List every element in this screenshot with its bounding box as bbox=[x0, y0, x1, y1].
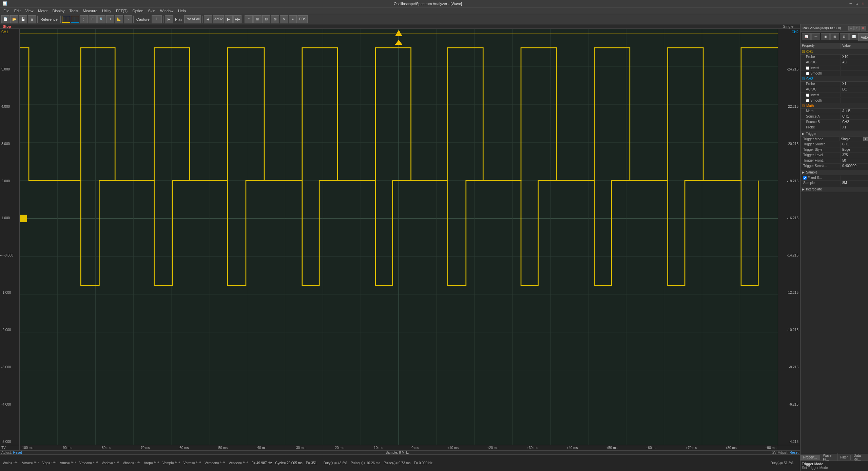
adjust-left: Adjust: bbox=[1, 451, 12, 454]
ana-btn-1[interactable]: 📈 bbox=[802, 33, 811, 40]
trigsensit-val[interactable]: 0.400000 bbox=[841, 164, 868, 169]
bottom-tabs: Propert... Wave Pr... Filter Data Re... bbox=[801, 454, 868, 460]
menu-item-measure[interactable]: Measure bbox=[81, 8, 99, 14]
prop-row-probe-math: Probe X1 bbox=[801, 125, 868, 130]
ana-btn-2[interactable]: 〜 bbox=[811, 33, 820, 40]
probe-ch2-val[interactable]: X1 bbox=[841, 82, 868, 87]
menu-item-fft(t)[interactable]: FFT(T) bbox=[114, 8, 130, 14]
adjust-right-group: 2V Adjust: Reset bbox=[772, 451, 798, 454]
menu-item-display[interactable]: Display bbox=[50, 8, 66, 14]
capture-value[interactable]: 1 bbox=[152, 15, 162, 23]
panel-close-btn[interactable]: ✕ bbox=[861, 26, 866, 30]
menu-item-meter[interactable]: Meter bbox=[36, 8, 50, 14]
ch1-offset-marker[interactable] bbox=[20, 215, 27, 222]
ch1-btn[interactable]: │ bbox=[62, 16, 70, 23]
menu-item-skin[interactable]: Skin bbox=[146, 8, 157, 14]
waveform-area[interactable]: ▼ bbox=[20, 29, 778, 445]
math-checkbox[interactable]: ☑ bbox=[802, 104, 805, 108]
ch2-section[interactable]: ☑ CH2 bbox=[801, 76, 868, 82]
tab-filter[interactable]: Filter bbox=[837, 455, 851, 460]
maximize-button[interactable]: □ bbox=[854, 1, 859, 6]
nav-btn2[interactable]: ▶▶ bbox=[233, 15, 242, 23]
sample-section-header[interactable]: ▶ Sample bbox=[801, 170, 868, 175]
smooth-ch2-check[interactable] bbox=[806, 99, 809, 102]
save-button[interactable]: 💾 bbox=[19, 15, 27, 23]
minimize-button[interactable]: ─ bbox=[848, 1, 853, 6]
passfall-button[interactable]: Pass/Fail bbox=[184, 15, 201, 23]
sourcea-val[interactable]: CH1 bbox=[841, 114, 868, 119]
trigger-section-label: Trigger bbox=[806, 132, 816, 136]
invert-ch2-check[interactable] bbox=[806, 94, 809, 97]
meas-f0: F= 0.000 Hz bbox=[414, 461, 432, 465]
acdc-ch1-val[interactable]: AC bbox=[841, 60, 868, 65]
menu-item-tools[interactable]: Tools bbox=[67, 8, 80, 14]
trigsrc-val[interactable]: CH1 bbox=[841, 142, 868, 147]
next-btn[interactable]: ▶ bbox=[225, 15, 233, 23]
single-label: Single bbox=[783, 24, 793, 28]
menu-item-file[interactable]: File bbox=[1, 8, 12, 14]
menu-item-window[interactable]: Window bbox=[158, 8, 175, 14]
menu-item-view[interactable]: View bbox=[23, 8, 36, 14]
disp-btn6[interactable]: ≈ bbox=[289, 15, 297, 23]
ana-btn-5[interactable]: ⊟ bbox=[840, 33, 849, 40]
reset-left[interactable]: Reset bbox=[13, 451, 22, 454]
print-button[interactable]: 🖨 bbox=[28, 15, 36, 23]
sample-expand-icon: ▶ bbox=[802, 170, 805, 174]
ana-btn-4[interactable]: ⊞ bbox=[830, 33, 839, 40]
acdc-ch2-val[interactable]: DC bbox=[841, 87, 868, 92]
probe-math-val[interactable]: X1 bbox=[841, 125, 868, 130]
probe-ch1-val[interactable]: X10 bbox=[841, 55, 868, 60]
trigstyle-val[interactable]: Edge bbox=[841, 147, 868, 152]
disp-btn5[interactable]: V bbox=[280, 15, 288, 23]
meas-vcrms: Vcrms= **** bbox=[184, 461, 201, 465]
ch1-section[interactable]: ☑ CH1 bbox=[801, 49, 868, 55]
ch1-checkbox[interactable]: ☑ bbox=[802, 50, 805, 54]
tab-property[interactable]: Propert... bbox=[801, 455, 820, 460]
disp-btn3[interactable]: ⊟ bbox=[262, 15, 270, 23]
trigmode-val[interactable]: Single bbox=[840, 137, 863, 141]
panel-min-btn[interactable]: ─ bbox=[848, 26, 854, 30]
new-button[interactable]: 📄 bbox=[1, 15, 9, 23]
play-button[interactable]: ▶ bbox=[165, 15, 173, 23]
menu-item-utility[interactable]: Utility bbox=[100, 8, 113, 14]
trigfront-val[interactable]: 50 bbox=[841, 158, 868, 163]
sourceb-val[interactable]: CH2 bbox=[841, 120, 868, 125]
ana-btn-3[interactable]: ⏹ bbox=[821, 33, 830, 40]
counter-btn[interactable]: 32/32 bbox=[213, 15, 224, 23]
reference-label: Reference bbox=[39, 17, 59, 21]
auto-button[interactable]: Auto bbox=[858, 33, 868, 41]
waveform-btn[interactable]: 〜 bbox=[124, 15, 132, 23]
interpolate-section-header[interactable]: ▶ Interpolate bbox=[801, 187, 868, 192]
math-btn[interactable]: ∑ bbox=[80, 15, 88, 23]
ch2-checkbox[interactable]: ☑ bbox=[802, 77, 805, 81]
disp-btn4[interactable]: ⊠ bbox=[271, 15, 279, 23]
fft-btn[interactable]: F bbox=[89, 15, 97, 23]
measure-btn[interactable]: 📐 bbox=[115, 15, 123, 23]
math-val[interactable]: A + B bbox=[841, 109, 868, 114]
menu-item-option[interactable]: Option bbox=[130, 8, 145, 14]
ch2-section-label: CH2 bbox=[806, 77, 813, 81]
math-section[interactable]: ☑ Math bbox=[801, 103, 868, 109]
t70: +70 ms bbox=[686, 446, 697, 450]
reset-right[interactable]: Reset bbox=[790, 451, 798, 454]
menu-item-edit[interactable]: Edit bbox=[12, 8, 23, 14]
ch2-btn[interactable]: │ bbox=[71, 16, 79, 23]
zoom-btn[interactable]: 🔍 bbox=[97, 15, 105, 23]
cursor-btn[interactable]: ✛ bbox=[106, 15, 114, 23]
ana-btn-6[interactable]: 📊 bbox=[849, 33, 858, 40]
trigger-section-header[interactable]: ▶ Trigger bbox=[801, 131, 868, 137]
panel-max-btn[interactable]: □ bbox=[854, 26, 860, 30]
menu-item-help[interactable]: Help bbox=[176, 8, 188, 14]
disp-btn1[interactable]: ≡ bbox=[245, 15, 253, 23]
trigmode-dropdown[interactable]: ▼ bbox=[863, 137, 868, 141]
smooth-ch1-check[interactable] bbox=[806, 72, 809, 75]
triglevel-val[interactable]: 375 bbox=[841, 153, 868, 158]
prev-btn[interactable]: ◀ bbox=[204, 15, 212, 23]
dds-btn[interactable]: DDS bbox=[297, 15, 307, 23]
close-button[interactable]: ✕ bbox=[861, 1, 865, 6]
disp-btn2[interactable]: ⊞ bbox=[253, 15, 262, 23]
fixeds-check[interactable] bbox=[803, 176, 807, 180]
open-button[interactable]: 📂 bbox=[10, 15, 18, 23]
sample-val[interactable]: 8M bbox=[841, 181, 868, 186]
invert-ch1-check[interactable] bbox=[806, 66, 809, 70]
